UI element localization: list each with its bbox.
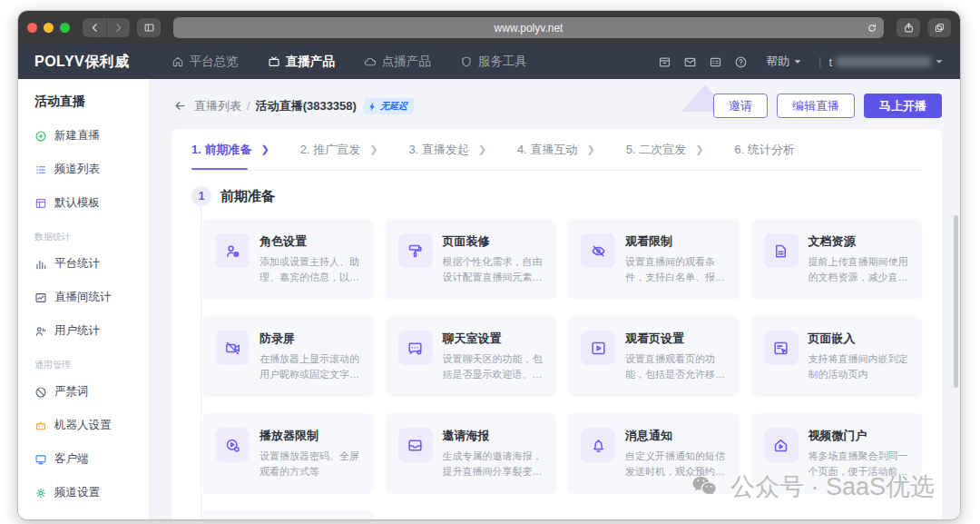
user-prefix: t — [828, 55, 832, 69]
back-button[interactable] — [83, 18, 106, 37]
workflow-tabs: 1. 前期准备❯2. 推广宣发❯3. 直播发起❯4. 直播互动❯5. 二次宣发❯… — [191, 129, 922, 171]
chevron-right-icon: ❯ — [369, 143, 377, 155]
nav-item-3[interactable]: 服务工具 — [446, 44, 542, 79]
share-button[interactable] — [897, 18, 920, 37]
back-arrow-icon[interactable] — [173, 99, 187, 113]
tab-label: 4. 直播互动 — [517, 142, 577, 158]
sidebar-item-label: 页脚设置 — [54, 519, 100, 519]
card-description: 提前上传直播期间使用的文档资源，减少直播中的失... — [808, 254, 910, 285]
zoom-window-button[interactable] — [60, 23, 70, 33]
chevron-right-icon: ❯ — [260, 143, 269, 155]
tab-overview-button[interactable] — [927, 18, 951, 37]
card-title: 文档资源 — [808, 233, 910, 250]
card-title: 消息通知 — [625, 428, 727, 444]
play-circle-gear-icon — [215, 428, 250, 462]
feature-card[interactable]: 页面嵌入支持将直播间内嵌到定制的活动页内 — [751, 316, 923, 397]
forward-button[interactable] — [106, 18, 130, 37]
watermark: 公众号 · SaaS优选 — [687, 470, 935, 503]
flash-icon — [368, 101, 378, 111]
sidebar-item[interactable]: 页脚设置 — [18, 509, 157, 519]
sidebar-group-label: 通用管理 — [18, 348, 157, 375]
minimize-window-button[interactable] — [44, 23, 54, 33]
feature-card[interactable]: 公众号适用于直播间引流至公众号或客服，沉淀用户至私域... — [202, 510, 374, 519]
feature-card[interactable]: 文档资源提前上传直播期间使用的文档资源，减少直播中的失... — [751, 219, 923, 300]
mail-icon[interactable] — [677, 55, 702, 69]
sidebar-item-label: 频道设置 — [54, 485, 100, 500]
sidebar: 活动直播 新建直播频道列表默认模板数据统计平台统计直播间统计用户统计通用管理严禁… — [18, 79, 157, 519]
card-description: 设置播放器密码、全屏观看的方式等 — [260, 449, 361, 480]
watermark-text: 公众号 · SaaS优选 — [730, 470, 935, 503]
sidebar-item[interactable]: 机器人设置 — [18, 409, 157, 442]
invite-button[interactable]: 邀请 — [713, 94, 768, 118]
user-account-menu[interactable]: t — [828, 55, 944, 69]
card-title: 观看页设置 — [625, 331, 727, 347]
feature-card[interactable]: 聊天室设置设置聊天区的功能，包括是否显示欢迎语、是否支持... — [386, 316, 557, 397]
chevron-right-icon: ❯ — [478, 143, 486, 155]
address-bar[interactable]: www.polyv.net — [173, 17, 884, 38]
help-circle-icon[interactable] — [728, 55, 753, 69]
feature-card[interactable]: 防录屏在播放器上显示滚动的用户昵称或固定文字，达到防... — [202, 316, 374, 397]
setup-panel: 1. 前期准备❯2. 推广宣发❯3. 直播发起❯4. 直播互动❯5. 二次宣发❯… — [172, 129, 942, 519]
sidebar-item[interactable]: 用户统计 — [18, 314, 157, 348]
feature-card[interactable]: 播放器限制设置播放器密码、全屏观看的方式等 — [202, 413, 374, 494]
sidebar-item[interactable]: 平台统计 — [18, 247, 157, 281]
sidebar-item-label: 机器人设置 — [54, 418, 112, 433]
edit-live-button[interactable]: 编辑直播 — [777, 94, 855, 118]
tab-5[interactable]: 5. 二次宣发❯ — [626, 129, 704, 170]
card-description: 支持将直播间内嵌到定制的活动页内 — [808, 351, 910, 382]
sidebar-item[interactable]: 新建直播 — [18, 119, 157, 153]
nav-item-0[interactable]: 平台总览 — [157, 44, 253, 79]
feature-card[interactable]: 页面装修根据个性化需求，自由设计配置直播间元素。支持自... — [386, 219, 557, 300]
console-icon[interactable] — [702, 55, 728, 69]
main-scrollbar[interactable] — [954, 215, 958, 388]
sidebar-toggle-button[interactable] — [137, 18, 161, 37]
polyv-logo[interactable]: POLYV保利威 — [34, 53, 130, 72]
nav-item-label: 服务工具 — [478, 54, 527, 70]
sidebar-item-label: 客户端 — [54, 451, 89, 467]
close-window-button[interactable] — [27, 23, 37, 33]
template-icon — [34, 197, 47, 210]
sidebar-item[interactable]: 频道设置 — [18, 476, 157, 509]
monitor-icon — [34, 453, 47, 466]
sidebar-item[interactable]: 严禁词 — [18, 375, 157, 409]
traffic-lights — [27, 23, 70, 33]
tab-2[interactable]: 2. 推广宣发❯ — [300, 129, 378, 170]
tab-3[interactable]: 3. 直播发起❯ — [408, 129, 486, 170]
browser-window: www.polyv.net POLYV保利威 平台总览直播产品点播产品服务工具 … — [18, 11, 960, 519]
feature-card[interactable]: 邀请海报生成专属的邀请海报，提升直播间分享裂变的效果 — [386, 413, 557, 494]
feature-card[interactable]: 观看页设置设置直播观看页的功能，包括是否允许移动端观看等 — [568, 316, 740, 397]
section-title: 前期准备 — [220, 188, 275, 205]
reload-icon[interactable] — [867, 23, 877, 34]
eye-off-icon — [581, 233, 615, 268]
sidebar-scrollbar[interactable] — [149, 79, 157, 519]
sidebar-item[interactable]: 客户端 — [18, 442, 157, 476]
section-header: 1 前期准备 — [191, 171, 922, 219]
start-live-button[interactable]: 马上开播 — [864, 94, 942, 118]
robot-icon — [34, 420, 47, 432]
sidebar-item[interactable]: 默认模板 — [18, 186, 157, 220]
feature-card[interactable]: 观看限制设置直播间的观看条件，支持白名单、报名观看、验... — [568, 219, 740, 300]
sidebar-item[interactable]: 频道列表 — [18, 153, 157, 186]
chevron-right-icon: ❯ — [587, 143, 595, 155]
nav-item-2[interactable]: 点播产品 — [349, 44, 446, 79]
help-label: 帮助 — [766, 54, 789, 70]
nav-item-1[interactable]: 直播产品 — [253, 44, 349, 79]
chevron-right-icon: ❯ — [695, 143, 703, 155]
play-page-icon — [581, 331, 615, 365]
tab-label: 6. 统计分析 — [734, 142, 794, 158]
sidebar-item[interactable]: 直播间统计 — [18, 281, 157, 314]
tab-6[interactable]: 6. 统计分析 — [734, 129, 794, 170]
sidebar-item-label: 平台统计 — [54, 256, 100, 272]
timeline-connector — [201, 207, 201, 519]
tab-4[interactable]: 4. 直播互动❯ — [517, 129, 595, 170]
bell-icon — [581, 428, 615, 462]
tab-1[interactable]: 1. 前期准备❯ — [191, 129, 270, 170]
help-menu[interactable]: 帮助 — [766, 54, 802, 70]
embed-page-icon — [764, 331, 799, 365]
feature-card[interactable]: 角色设置添加或设置主持人、助理、嘉宾的信息，以及新增助... — [202, 219, 374, 300]
tab-label: 3. 直播发起 — [408, 142, 468, 158]
sidebar-item-label: 默认模板 — [54, 195, 100, 211]
nav-item-label: 点播产品 — [382, 54, 431, 70]
storage-icon[interactable] — [652, 55, 677, 69]
breadcrumb-parent[interactable]: 直播列表 — [194, 98, 241, 114]
